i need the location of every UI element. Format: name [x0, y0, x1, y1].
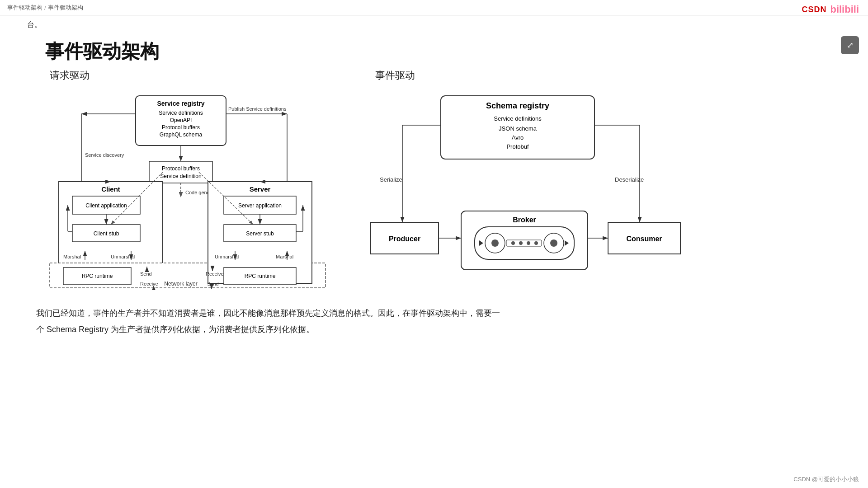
svg-text:OpenAPI: OpenAPI — [170, 117, 192, 123]
svg-text:Schema registry: Schema registry — [486, 101, 549, 110]
left-diagram: Service registry Service definitions Ope… — [36, 91, 344, 291]
svg-text:Service definition: Service definition — [160, 173, 201, 179]
svg-text:Receive: Receive — [206, 271, 224, 277]
breadcrumb-sep: / — [44, 5, 46, 11]
svg-rect-12 — [149, 161, 212, 183]
expand-button[interactable]: ⤢ — [841, 36, 859, 54]
right-diagram-svg: Schema registry Service definitions JSON… — [362, 91, 687, 290]
left-diagram-svg: Service registry Service definitions Ope… — [36, 91, 335, 290]
svg-point-90 — [527, 241, 530, 245]
svg-text:Protocol buffers: Protocol buffers — [162, 124, 200, 131]
left-section-label: 请求驱动 — [50, 69, 344, 82]
svg-text:Receive: Receive — [140, 281, 158, 286]
svg-text:Publish Service definitions: Publish Service definitions — [228, 106, 287, 112]
svg-text:Send: Send — [140, 271, 152, 277]
svg-text:Client: Client — [101, 185, 120, 193]
bottom-text-line2: 个 Schema Registry 为生产者提供序列化依据，为消费者提供反序列化… — [36, 321, 832, 338]
left-section: 请求驱动 Service registry Service definition… — [36, 69, 344, 291]
bottom-text-line1: 我们已经知道，事件的生产者并不知道消费者是谁，因此不能像消息那样预先定义消息的格… — [36, 305, 832, 321]
svg-text:JSON schema: JSON schema — [499, 125, 537, 132]
svg-text:Server: Server — [250, 185, 271, 193]
svg-text:RPC runtime: RPC runtime — [82, 273, 113, 279]
footer: CSDN @可爱的小小小狼 — [793, 475, 859, 483]
svg-text:Avro: Avro — [512, 134, 524, 141]
svg-text:Server stub: Server stub — [246, 230, 274, 237]
svg-text:Network layer: Network layer — [164, 281, 197, 287]
content-area: 请求驱动 Service registry Service definition… — [0, 69, 868, 291]
svg-point-91 — [534, 241, 538, 245]
right-diagram: Schema registry Service definitions JSON… — [362, 91, 832, 291]
svg-text:Service registry: Service registry — [157, 100, 204, 107]
svg-text:Server application: Server application — [238, 202, 282, 209]
svg-text:Service definitions: Service definitions — [494, 115, 542, 122]
svg-text:GraphQL schema: GraphQL schema — [160, 131, 203, 138]
svg-text:Service definitions: Service definitions — [159, 110, 203, 116]
svg-text:Deserialize: Deserialize — [615, 176, 644, 183]
breadcrumb: 事件驱动架构 / 事件驱动架构 — [0, 0, 868, 16]
svg-text:Protobuf: Protobuf — [506, 143, 529, 150]
svg-text:Consumer: Consumer — [626, 235, 662, 243]
svg-text:Client stub: Client stub — [94, 230, 119, 237]
breadcrumb-item1[interactable]: 事件驱动架构 — [7, 4, 42, 12]
svg-text:RPC runtime: RPC runtime — [245, 273, 276, 279]
page-title: 事件驱动架构 — [0, 32, 868, 69]
bottom-text: 我们已经知道，事件的生产者并不知道消费者是谁，因此不能像消息那样预先定义消息的格… — [0, 291, 868, 347]
svg-text:Broker: Broker — [513, 216, 536, 224]
svg-point-86 — [550, 239, 557, 247]
svg-text:Marshal: Marshal — [63, 254, 81, 259]
intro-text: 台。 — [0, 16, 868, 32]
svg-text:Serialize: Serialize — [380, 176, 402, 183]
top-right-logos: CSDN bilibili — [802, 4, 859, 15]
right-section-label: 事件驱动 — [375, 69, 832, 82]
svg-text:Marshal: Marshal — [276, 254, 293, 259]
svg-text:Send: Send — [207, 281, 219, 286]
csdn-logo: CSDN — [802, 5, 826, 14]
svg-text:Service discovery: Service discovery — [85, 152, 124, 158]
svg-point-89 — [519, 241, 523, 245]
expand-icon: ⤢ — [847, 40, 854, 50]
svg-text:Client application: Client application — [85, 202, 127, 209]
svg-point-84 — [491, 239, 499, 247]
svg-text:Protocol buffers: Protocol buffers — [162, 165, 200, 172]
right-section: 事件驱动 Schema registry Service definitions… — [362, 69, 832, 291]
bilibili-logo: bilibili — [830, 4, 859, 15]
svg-text:Producer: Producer — [389, 235, 420, 243]
breadcrumb-item2[interactable]: 事件驱动架构 — [48, 4, 83, 12]
svg-point-88 — [511, 241, 515, 245]
